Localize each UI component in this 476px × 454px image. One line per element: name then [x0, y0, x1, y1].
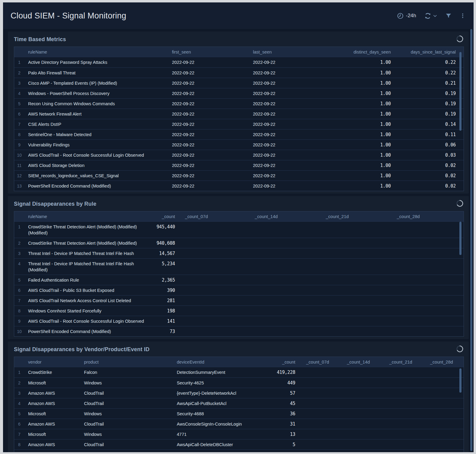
first-seen-cell: 2022-09-22: [167, 183, 248, 189]
first-seen-cell: 2022-09-22: [167, 59, 248, 65]
table-row[interactable]: 8 SentinelOne - Malware Detected 2022-09…: [14, 129, 464, 139]
table-header-row: ruleName _count _count_07d _count_14d _c…: [14, 211, 464, 222]
column-header-count-28d: _count_28d: [391, 214, 464, 219]
dashboard-page: Time Based Metrics ruleName first_seen l…: [3, 29, 474, 452]
vendor-cell: Microsoft: [24, 380, 79, 386]
row-number: 6: [14, 111, 24, 117]
table-row[interactable]: 7 AWS CloudTrail Network Access Control …: [14, 295, 464, 305]
row-number: 10: [14, 152, 24, 158]
table-scrollbar-thumb[interactable]: [459, 222, 461, 255]
row-number: 8: [14, 442, 24, 448]
count-cell: 198: [151, 308, 178, 314]
table-row[interactable]: 4 Amazon AWS CloudTrail AwsApiCall-PutBu…: [14, 398, 464, 408]
table-row[interactable]: 10 AWS CloudTrail - Root Console Success…: [14, 150, 464, 160]
table-row[interactable]: 2 Palo Alto Firewall Threat 2022-09-22 2…: [14, 67, 464, 78]
distinct-days-seen-cell: 1.00: [333, 101, 393, 107]
table-row[interactable]: 10 PowerShell Encoded Command (Modified)…: [14, 326, 464, 336]
filter-icon[interactable]: [445, 12, 452, 19]
toolbar: -24h: [397, 12, 466, 20]
column-header-count: _count: [151, 214, 178, 219]
table-row[interactable]: 5 Recon Using Common Windows Commands 20…: [14, 98, 464, 109]
table-row[interactable]: 2 CrowdStrike Threat Detection Alert (Mo…: [14, 238, 464, 248]
table-row[interactable]: 2 Microsoft Windows Security-4625 449: [14, 377, 464, 388]
row-number: 2: [14, 70, 24, 76]
table-row[interactable]: 9 AWS CloudTrail - Root Console Successf…: [14, 316, 464, 326]
table-row[interactable]: 9 Microsoft Windows Microsoft-Windows- 2: [14, 449, 464, 452]
count-cell: 57: [270, 390, 300, 396]
table-row[interactable]: 9 Vulnerability Findings 2022-09-22 2022…: [14, 139, 464, 150]
count-cell: 281: [151, 298, 178, 304]
table-row[interactable]: 12 SIEM_records_logreduce_values_CSE_Sig…: [14, 170, 464, 181]
table-row[interactable]: 11 AWS Cloud Storage Deletion 2022-09-22…: [14, 160, 464, 170]
first-seen-cell: 2022-09-22: [167, 101, 248, 107]
time-range-control[interactable]: -24h: [397, 12, 416, 19]
loading-spinner-icon: [456, 35, 464, 44]
table-row[interactable]: 13 PowerShell Encoded Command (Modified)…: [14, 181, 464, 191]
column-header-count-21d: _count_21d: [320, 214, 391, 219]
table-row[interactable]: 4 Threat Intel - Device IP Matched Threa…: [14, 258, 464, 275]
days-since-last-signal-cell: 0.02: [393, 162, 464, 168]
count-cell: 36: [270, 411, 300, 417]
row-number: 5: [14, 277, 24, 283]
table-row[interactable]: 6 AWS Network Firewall Alert 2022-09-22 …: [14, 109, 464, 119]
count-cell: 2: [270, 452, 300, 452]
rule-name-cell: Recon Using Common Windows Commands: [24, 101, 167, 107]
column-header-last-seen: last_seen: [248, 50, 333, 54]
table-row[interactable]: 1 CrowdStrike Falcon DetectionSummaryEve…: [14, 367, 464, 377]
row-number: 7: [14, 298, 24, 304]
first-seen-cell: 2022-09-22: [167, 121, 248, 127]
table-row[interactable]: 6 AWS CloudTrail - Public S3 Bucket Expo…: [14, 285, 464, 295]
row-number: 4: [14, 90, 24, 96]
table-row[interactable]: 8 Amazon AWS CloudTrail AwsApiCall-Delet…: [14, 439, 464, 449]
table-scrollbar-thumb[interactable]: [459, 368, 461, 393]
table-row[interactable]: 1 CrowdStrike Threat Detection Alert (Mo…: [14, 222, 464, 238]
distinct-days-seen-cell: 1.00: [333, 132, 393, 138]
table-row[interactable]: 8 Windows Connhost Started Forcefully 19…: [14, 305, 464, 316]
vendor-cell: Microsoft: [24, 452, 79, 452]
table-row[interactable]: 7 Microsoft Windows 4771 13: [14, 429, 464, 439]
days-since-last-signal-cell: 0.19: [393, 111, 464, 117]
table-row[interactable]: 7 CSE Alerts DstIP 2022-09-22 2022-09-22…: [14, 119, 464, 129]
distinct-days-seen-cell: 1.00: [333, 183, 393, 189]
table-row[interactable]: 3 Threat Intel - Device IP Matched Threa…: [14, 248, 464, 258]
count-cell: 141: [151, 318, 178, 324]
last-seen-cell: 2022-09-22: [248, 90, 333, 96]
panel-title: Time Based Metrics: [14, 36, 66, 43]
table-row[interactable]: 4 Windows - PowerShell Process Discovery…: [14, 88, 464, 98]
rule-name-cell: CSE Alerts DstIP: [24, 121, 167, 127]
last-seen-cell: 2022-09-22: [248, 152, 333, 158]
kebab-menu-icon[interactable]: [460, 12, 466, 19]
table-row[interactable]: 6 Amazon AWS CloudTrail AwsConsoleSignIn…: [14, 419, 464, 429]
row-number: 1: [14, 59, 24, 65]
table-row[interactable]: 5 Microsoft Windows Security-4688 36: [14, 408, 464, 419]
first-seen-cell: 2022-09-22: [167, 111, 248, 117]
last-seen-cell: 2022-09-22: [248, 173, 333, 179]
product-cell: CloudTrail: [79, 442, 171, 448]
device-event-id-cell: 4771: [171, 431, 270, 437]
refresh-button[interactable]: [424, 12, 432, 20]
table-row[interactable]: 3 Amazon AWS CloudTrail {eventType}-Dele…: [14, 388, 464, 398]
rule-name-cell: CrowdStrike Threat Detection Alert (Modi…: [24, 224, 151, 236]
refresh-chevron-down-icon[interactable]: [433, 14, 437, 18]
row-number: 9: [14, 318, 24, 324]
column-header-count-21d: _count_21d: [383, 360, 424, 364]
row-number: 6: [14, 287, 24, 293]
panel-title: Signal Disappearances by Vendor/Product/…: [14, 346, 150, 353]
row-number: 1: [14, 224, 24, 230]
table-row[interactable]: 5 Failed Authentication Rule 2,365: [14, 275, 464, 285]
row-number: 13: [14, 183, 24, 189]
page-scrollbar[interactable]: [470, 29, 472, 451]
table-scrollbar-thumb[interactable]: [459, 52, 461, 131]
table-row[interactable]: 3 Cisco AMP - Templated Events (IP) (Mod…: [14, 78, 464, 88]
page-title: Cloud SIEM - Signal Monitoring: [11, 11, 126, 21]
distinct-days-seen-cell: 1.00: [333, 162, 393, 168]
first-seen-cell: 2022-09-22: [167, 173, 248, 179]
column-header-rulename: ruleName: [24, 214, 151, 219]
dashboard-app: Cloud SIEM - Signal Monitoring -24h: [3, 2, 474, 452]
rule-name-cell: AWS CloudTrail Network Access Control Li…: [24, 298, 151, 304]
table-row[interactable]: 1 Active Directory Password Spray Attack…: [14, 57, 464, 67]
table-body: 1 Active Directory Password Spray Attack…: [14, 57, 464, 191]
column-header-first-seen: first_seen: [167, 50, 248, 54]
row-number: 12: [14, 173, 24, 179]
vendor-cell: Amazon AWS: [24, 421, 79, 427]
